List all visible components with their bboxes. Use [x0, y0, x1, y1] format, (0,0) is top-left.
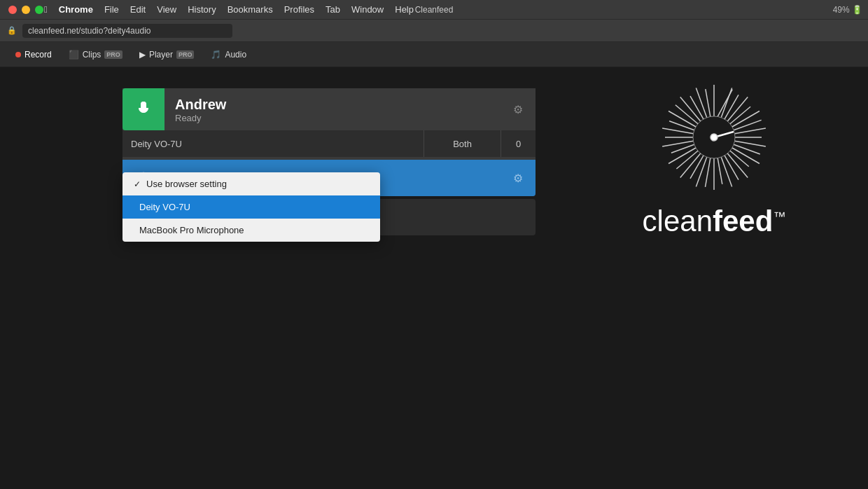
menu-profiles[interactable]: Profiles [279, 0, 320, 20]
logo-burst-icon [658, 81, 770, 193]
menu-chrome[interactable]: Chrome [53, 0, 99, 20]
url-bar: 🔒 cleanfeed.net/studio?deity4audio [0, 20, 868, 42]
clips-icon: ⬛ [69, 50, 79, 60]
svg-line-9 [735, 128, 766, 134]
mic-select-row: Deity VO-7U ✓ Use browser setting Deity … [122, 130, 536, 157]
svg-line-34 [690, 96, 704, 119]
svg-line-20 [705, 158, 710, 187]
dropdown-item-label-macbook: MacBook Pro Microphone [139, 225, 244, 235]
player-label: Player [149, 50, 173, 60]
clips-button[interactable]: ⬛ Clips PRO [62, 47, 130, 62]
left-panel: Andrew Ready ⚙ Deity VO-7U ✓ [0, 67, 560, 235]
record-button[interactable]: Record [8, 47, 59, 62]
mic-icon [135, 101, 152, 118]
menu-history[interactable]: History [182, 0, 221, 20]
mic-button[interactable] [122, 88, 164, 130]
close-button[interactable] [8, 6, 17, 14]
main-content: Andrew Ready ⚙ Deity VO-7U ✓ [0, 67, 868, 489]
right-panel: cleanfeed™ [560, 67, 868, 238]
mic-dropdown-popup: ✓ Use browser setting Deity VO-7U MacBoo… [122, 172, 380, 242]
dropdown-item-label-deity: Deity VO-7U [139, 202, 190, 212]
svg-line-11 [735, 141, 766, 146]
lock-icon: 🔒 [7, 26, 17, 35]
svg-point-38 [710, 134, 718, 141]
volume-input[interactable] [500, 130, 536, 157]
menu-edit[interactable]: Edit [125, 0, 151, 20]
user-name: Andrew [175, 96, 490, 113]
user-info: Andrew Ready [164, 96, 500, 123]
svg-line-12 [734, 144, 760, 154]
menu-file[interactable]: File [99, 0, 125, 20]
minimize-button[interactable] [22, 6, 30, 14]
logo-text: cleanfeed™ [643, 205, 786, 238]
user-card: Andrew Ready ⚙ Deity VO-7U ✓ [122, 88, 536, 196]
logo-bold: feed [713, 205, 773, 237]
svg-line-26 [671, 144, 694, 153]
svg-line-36 [706, 89, 710, 116]
clips-label: Clips [83, 50, 102, 60]
logo-tm: ™ [773, 209, 785, 223]
menu-help[interactable]: Help [389, 0, 419, 20]
svg-line-8 [734, 120, 761, 130]
battery-icon: 49% 🔋 [833, 5, 862, 15]
svg-line-21 [696, 157, 706, 186]
audio-button[interactable]: 🎵 Audio [204, 47, 253, 62]
user-gear-button[interactable]: ⚙ [500, 88, 536, 130]
gear-icon: ⚙ [513, 103, 523, 116]
menu-bar:  Chrome File Edit View History Bookmark… [38, 0, 419, 20]
menu-bookmarks[interactable]: Bookmarks [222, 0, 279, 20]
titlebar:  Chrome File Edit View History Bookmark… [0, 0, 868, 20]
apple-menu[interactable]:  [38, 0, 53, 20]
app-toolbar: Record ⬛ Clips PRO ▶ Player PRO 🎵 Audio [0, 42, 868, 67]
url-input[interactable]: cleanfeed.net/studio?deity4audio [22, 24, 232, 38]
record-dot [15, 52, 21, 57]
player-pro-badge: PRO [176, 50, 195, 59]
dropdown-item-label: Use browser setting [146, 179, 227, 189]
menu-view[interactable]: View [151, 0, 182, 20]
dropdown-item-macbook[interactable]: MacBook Pro Microphone [122, 219, 380, 242]
svg-line-3 [721, 88, 732, 118]
svg-line-35 [696, 88, 706, 118]
svg-line-27 [662, 141, 693, 146]
record-label: Record [24, 50, 52, 60]
system-tray: 49% 🔋 [833, 5, 862, 15]
user-card-header: Andrew Ready ⚙ [122, 88, 536, 130]
audio-icon: 🎵 [211, 50, 221, 60]
check-icon: ✓ [134, 179, 141, 189]
menu-tab[interactable]: Tab [320, 0, 346, 20]
svg-line-18 [718, 158, 722, 184]
logo-container: cleanfeed™ [643, 81, 786, 238]
svg-line-14 [730, 151, 749, 166]
svg-line-29 [662, 128, 693, 134]
channel-select[interactable]: Both Left Right [424, 130, 500, 157]
headphone-gear-icon: ⚙ [513, 172, 523, 185]
svg-line-4 [724, 95, 738, 119]
clips-pro-badge: PRO [104, 50, 122, 59]
window-title: Cleanfeed [415, 5, 454, 15]
dropdown-item-browser[interactable]: ✓ Use browser setting [122, 172, 380, 195]
audio-label: Audio [225, 50, 246, 60]
mic-select-wrapper: Deity VO-7U ✓ Use browser setting Deity … [122, 130, 424, 157]
mic-select[interactable]: Deity VO-7U [122, 130, 424, 157]
headphone-gear-button[interactable]: ⚙ [500, 160, 536, 196]
dropdown-item-deity[interactable]: Deity VO-7U [122, 195, 380, 219]
svg-line-17 [721, 157, 732, 186]
player-icon: ▶ [139, 50, 146, 60]
menu-window[interactable]: Window [346, 0, 389, 20]
logo-light: clean [643, 205, 713, 237]
svg-line-30 [669, 121, 694, 130]
svg-line-16 [724, 156, 738, 180]
svg-line-22 [690, 156, 704, 179]
user-status: Ready [175, 113, 490, 123]
player-button[interactable]: ▶ Player PRO [132, 47, 202, 62]
